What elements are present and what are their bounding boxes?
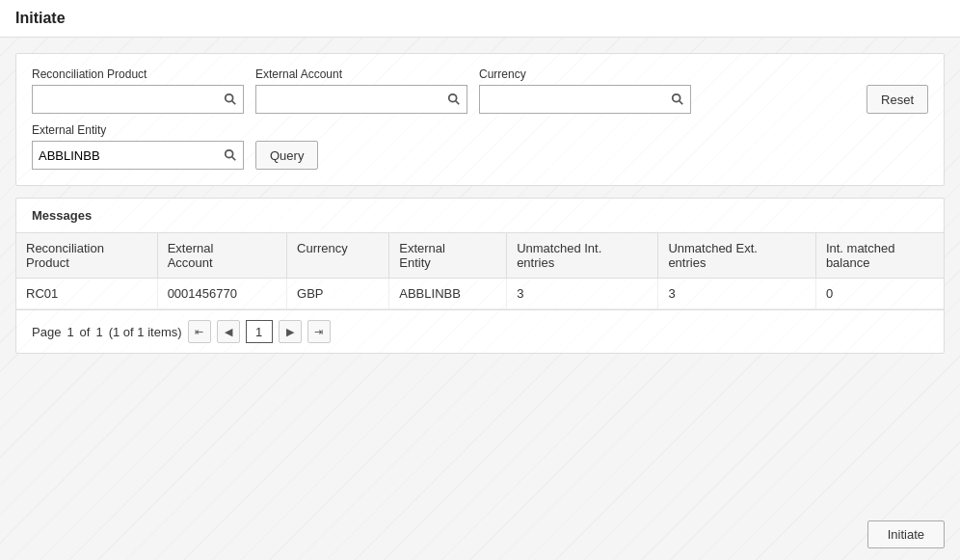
reset-btn-area: Reset bbox=[867, 85, 928, 114]
reconciliation-product-input[interactable] bbox=[39, 93, 224, 107]
external-entity-search-icon[interactable] bbox=[224, 148, 237, 162]
reconciliation-product-label: Reconciliation Product bbox=[32, 67, 244, 81]
filter-row-2: External Entity Query bbox=[32, 123, 928, 170]
col-external-account: ExternalAccount bbox=[157, 233, 286, 279]
bottom-bar: Initiate bbox=[0, 509, 960, 560]
external-account-input[interactable] bbox=[262, 93, 447, 107]
reconciliation-product-search-icon[interactable] bbox=[224, 93, 237, 106]
cell-external-entity: ABBLINBB bbox=[389, 279, 507, 309]
filter-group-currency: Currency bbox=[479, 67, 691, 114]
page-title: Initiate bbox=[15, 10, 66, 26]
prev-page-button[interactable]: ◀ bbox=[217, 320, 240, 343]
current-page-number: 1 bbox=[255, 325, 262, 339]
currency-search-icon[interactable] bbox=[671, 93, 684, 106]
cell-external-account: 0001456770 bbox=[157, 279, 286, 309]
filter-group-external-entity: External Entity bbox=[32, 123, 244, 170]
cell-int-matched-balance: 0 bbox=[815, 279, 944, 309]
current-page-box: 1 bbox=[246, 320, 273, 343]
filter-row-1: Reconciliation Product External Account bbox=[32, 67, 928, 114]
col-external-entity: ExternalEntity bbox=[389, 233, 507, 279]
main-container: Initiate Reconciliation Product bbox=[0, 0, 960, 560]
col-reconciliation-product: ReconciliationProduct bbox=[16, 233, 157, 279]
svg-point-4 bbox=[673, 94, 680, 102]
external-account-search-icon[interactable] bbox=[447, 93, 461, 106]
external-account-input-wrapper[interactable] bbox=[255, 85, 467, 114]
content-area: Reconciliation Product External Account bbox=[0, 38, 960, 369]
svg-line-7 bbox=[232, 157, 236, 161]
filter-group-external-account: External Account bbox=[255, 67, 467, 114]
reset-button[interactable]: Reset bbox=[867, 85, 928, 114]
currency-input[interactable] bbox=[486, 93, 671, 107]
first-page-icon: ⇤ bbox=[195, 326, 203, 338]
prev-page-icon: ◀ bbox=[225, 326, 232, 338]
initiate-button[interactable]: Initiate bbox=[867, 520, 945, 548]
total-pages: 1 bbox=[95, 325, 102, 339]
results-header: Messages bbox=[16, 199, 944, 233]
results-table-wrapper: ReconciliationProduct ExternalAccount Cu… bbox=[16, 233, 944, 309]
filter-section: Reconciliation Product External Account bbox=[15, 53, 945, 186]
cell-unmatched-ext: 3 bbox=[658, 279, 816, 309]
external-account-label: External Account bbox=[255, 67, 467, 81]
col-currency: Currency bbox=[287, 233, 389, 279]
col-int-matched-balance: Int. matchedbalance bbox=[815, 233, 944, 279]
of-label: of bbox=[80, 325, 91, 339]
currency-label: Currency bbox=[479, 67, 691, 81]
svg-line-3 bbox=[456, 101, 460, 105]
currency-input-wrapper[interactable] bbox=[479, 85, 691, 114]
cell-unmatched-int: 3 bbox=[507, 279, 658, 309]
current-page-text: 1 bbox=[67, 325, 73, 339]
results-table: ReconciliationProduct ExternalAccount Cu… bbox=[16, 233, 944, 309]
title-bar: Initiate bbox=[0, 0, 960, 38]
svg-point-6 bbox=[226, 150, 233, 158]
svg-point-0 bbox=[226, 94, 233, 102]
next-page-icon: ▶ bbox=[286, 326, 294, 338]
external-entity-label: External Entity bbox=[32, 123, 244, 137]
col-unmatched-int: Unmatched Int.entries bbox=[507, 233, 658, 279]
query-button[interactable]: Query bbox=[255, 141, 318, 170]
svg-point-2 bbox=[449, 94, 457, 102]
results-section: Messages ReconciliationProduct ExternalA… bbox=[15, 198, 945, 354]
items-info: (1 of 1 items) bbox=[109, 325, 182, 339]
external-entity-input[interactable] bbox=[39, 148, 224, 163]
filter-group-reconciliation-product: Reconciliation Product bbox=[32, 67, 244, 114]
page-label: Page bbox=[32, 325, 61, 339]
last-page-icon: ⇥ bbox=[314, 326, 323, 338]
query-btn-wrapper: Query bbox=[255, 141, 318, 170]
reconciliation-product-input-wrapper[interactable] bbox=[32, 85, 244, 114]
svg-line-1 bbox=[232, 101, 236, 105]
next-page-button[interactable]: ▶ bbox=[279, 320, 302, 343]
cell-reconciliation-product: RC01 bbox=[16, 279, 157, 309]
last-page-button[interactable]: ⇥ bbox=[307, 320, 331, 343]
pagination-bar: Page 1 of 1 (1 of 1 items) ⇤ ◀ 1 ▶ ⇥ bbox=[16, 309, 944, 353]
first-page-button[interactable]: ⇤ bbox=[188, 320, 211, 343]
col-unmatched-ext: Unmatched Ext.entries bbox=[658, 233, 816, 279]
svg-line-5 bbox=[680, 101, 683, 105]
external-entity-input-wrapper[interactable] bbox=[32, 141, 244, 170]
table-header-row: ReconciliationProduct ExternalAccount Cu… bbox=[16, 233, 944, 279]
cell-currency: GBP bbox=[287, 279, 389, 309]
table-row: RC01 0001456770 GBP ABBLINBB 3 3 0 bbox=[16, 279, 944, 309]
